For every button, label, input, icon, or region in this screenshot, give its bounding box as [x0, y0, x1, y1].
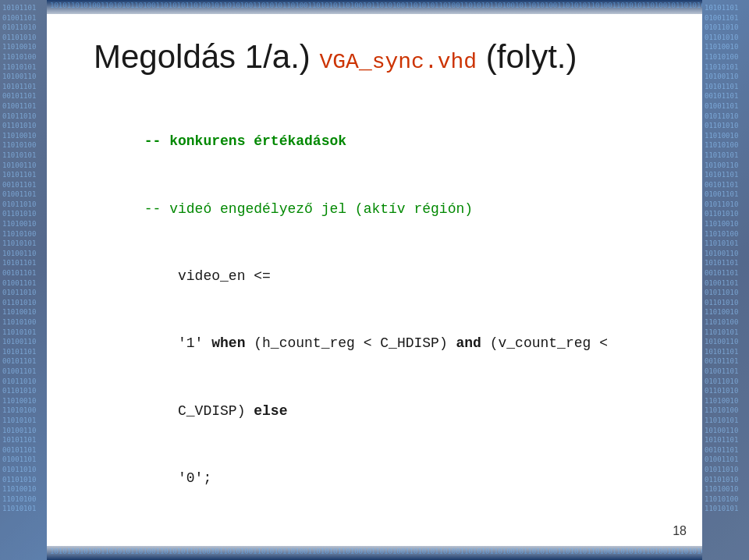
slide-content: Megoldás 1/a.) VGA_sync.vhd (folyt.) -- …	[47, 14, 702, 546]
code-comment-2: -- videó engedélyező jel (aktív régión)	[144, 201, 473, 217]
bg-top-binary: 1010110101001101010110100110101011010010…	[47, 0, 702, 14]
bg-right-binary: 1010110101001101010110100110101011010010…	[702, 0, 749, 560]
title-part3: (folyt.)	[477, 38, 577, 75]
bg-left-binary: 1010110101001101010110100110101011010010…	[0, 0, 47, 560]
code-line-5: C_VDISP) else	[94, 377, 655, 445]
code-when-line: '1' when (h_count_reg < C_HDISP) and (v_…	[144, 335, 608, 351]
code-comment-1: -- konkurens értékadások	[144, 133, 346, 149]
code-line-3: video_en <=	[94, 243, 655, 310]
code-line-7	[94, 512, 655, 535]
code-zero-line: '0';	[144, 470, 211, 486]
code-line-6: '0';	[94, 445, 655, 512]
code-line-4: '1' when (h_count_reg < C_HDISP) and (v_…	[94, 310, 655, 377]
code-line-2: -- videó engedélyező jel (aktív régión)	[94, 175, 655, 243]
code-cvdisp-line: C_VDISP) else	[144, 403, 288, 419]
title-part1: Megoldás 1/a.)	[94, 38, 320, 75]
code-video-en: video_en <=	[144, 268, 271, 284]
slide-title: Megoldás 1/a.) VGA_sync.vhd (folyt.)	[94, 37, 655, 76]
page-number: 18	[673, 524, 687, 538]
code-line-1: -- konkurens értékadások	[94, 108, 655, 175]
title-code: VGA_sync.vhd	[320, 50, 477, 74]
code-line-8: -- kimenetek VS és HS jeleinek előállítá…	[94, 535, 655, 560]
code-block: -- konkurens értékadások -- videó engedé…	[94, 108, 655, 560]
